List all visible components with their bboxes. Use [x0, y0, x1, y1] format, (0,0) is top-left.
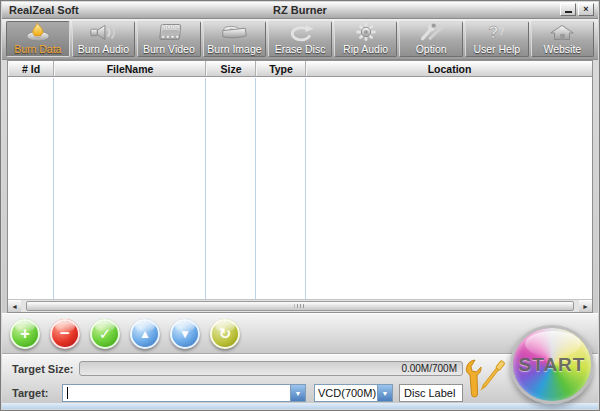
disc-type-value: VCD(700M) [315, 387, 377, 399]
column-header-filename[interactable]: FileName [54, 61, 206, 76]
toolbar-button-label: Burn Image [207, 43, 261, 55]
rip-audio-button[interactable]: Rip Audio [334, 21, 398, 57]
right-arrow-icon: ► [582, 303, 589, 310]
gear-icon [351, 21, 381, 43]
target-panel: Target Size: 0.00M/700M Target: ▼ VCD(70… [2, 354, 598, 405]
column-header-id[interactable]: # Id [8, 61, 54, 76]
rz-burner-window: RealZeal Soft RZ Burner × Burn Data [0, 0, 600, 411]
column-divider [53, 78, 54, 299]
column-divider [205, 78, 206, 299]
close-icon: × [583, 5, 588, 14]
scroll-left-button[interactable]: ◄ [8, 300, 21, 312]
erase-disc-button[interactable]: Erase Disc [268, 21, 332, 57]
up-arrow-icon: ▲ [139, 328, 151, 340]
speaker-icon [88, 21, 118, 43]
disc-label-value: Disc Label [404, 387, 455, 399]
window-bottom-edge [2, 403, 598, 409]
remove-file-button[interactable]: − [50, 319, 80, 349]
toolbar-button-label: Option [416, 43, 447, 55]
left-arrow-icon: ◄ [11, 303, 18, 310]
column-divider [305, 78, 306, 299]
disc-type-dropdown[interactable]: VCD(700M) ▼ [314, 384, 393, 402]
user-help-button[interactable]: ? ? User Help [465, 21, 529, 57]
move-up-button[interactable]: ▲ [130, 319, 160, 349]
disc-drive-icon [219, 21, 249, 43]
target-size-value: 0.00M/700M [401, 363, 462, 374]
question-mark-icon: ? ? [482, 21, 512, 43]
column-header-type[interactable]: Type [256, 61, 306, 76]
target-dropdown-button[interactable]: ▼ [290, 385, 305, 401]
start-button-label: START [519, 354, 586, 376]
move-down-button[interactable]: ▼ [170, 319, 200, 349]
website-button[interactable]: Website [531, 21, 595, 57]
file-list-body[interactable] [8, 78, 592, 299]
refresh-icon: ↻ [219, 326, 232, 341]
toolbar-button-label: Erase Disc [275, 43, 326, 55]
target-size-label: Target Size: [12, 363, 74, 375]
minus-icon: − [60, 325, 70, 342]
check-icon: ✓ [99, 326, 112, 341]
option-button[interactable]: Option [399, 21, 463, 57]
title-bar: RealZeal Soft RZ Burner × [2, 2, 598, 19]
plus-icon: + [20, 325, 30, 342]
minimize-button[interactable] [560, 3, 576, 16]
burn-data-button[interactable]: Burn Data [6, 21, 70, 57]
text-caret [67, 387, 68, 399]
action-button-bar: + − ✓ ▲ ▼ ↻ [2, 313, 598, 354]
svg-text:?: ? [488, 24, 498, 41]
scrollbar-grip-icon [295, 304, 306, 308]
target-label: Target: [12, 387, 48, 399]
filmstrip-icon [154, 21, 184, 43]
main-toolbar: Burn Data Burn Audio [2, 19, 598, 60]
toolbar-button-label: Burn Video [143, 43, 195, 55]
toolbar-button-label: Burn Data [14, 43, 61, 55]
scroll-right-button[interactable]: ► [579, 300, 592, 312]
column-header-size[interactable]: Size [206, 61, 256, 76]
window-title: RZ Burner [2, 4, 598, 16]
start-button[interactable]: START [510, 325, 594, 404]
burn-audio-button[interactable]: Burn Audio [72, 21, 136, 57]
scrollbar-thumb[interactable] [26, 301, 574, 311]
disc-flame-icon [23, 21, 53, 43]
tools-artwork-icon [460, 356, 508, 406]
file-list-header: # Id FileName Size Type Location [8, 61, 592, 77]
toolbar-button-label: Website [543, 43, 581, 55]
file-list: # Id FileName Size Type Location ◄ ► [7, 60, 593, 313]
confirm-button[interactable]: ✓ [90, 319, 120, 349]
column-header-location[interactable]: Location [306, 61, 592, 76]
tools-icon [416, 21, 446, 43]
burn-image-button[interactable]: Burn Image [203, 21, 267, 57]
toolbar-button-label: Rip Audio [343, 43, 388, 55]
app-title: RealZeal Soft [9, 4, 79, 16]
down-arrow-icon: ▼ [179, 328, 191, 340]
chevron-down-icon: ▼ [382, 390, 389, 397]
horizontal-scrollbar: ◄ ► [8, 299, 592, 312]
column-divider [255, 78, 256, 299]
burn-video-button[interactable]: Burn Video [137, 21, 201, 57]
target-combobox[interactable]: ▼ [62, 384, 306, 402]
close-button[interactable]: × [578, 3, 594, 16]
refresh-button[interactable]: ↻ [210, 319, 240, 349]
disc-label-input[interactable]: Disc Label [399, 384, 463, 402]
scrollbar-track[interactable] [21, 300, 579, 312]
disc-type-dropdown-button[interactable]: ▼ [377, 385, 392, 401]
minimize-icon [565, 11, 572, 13]
circular-arrow-icon [285, 21, 315, 43]
home-icon [547, 21, 577, 43]
svg-text:?: ? [498, 25, 505, 37]
toolbar-button-label: User Help [473, 43, 520, 55]
toolbar-button-label: Burn Audio [78, 43, 129, 55]
add-file-button[interactable]: + [10, 319, 40, 349]
chevron-down-icon: ▼ [295, 390, 302, 397]
target-size-progressbar: 0.00M/700M [79, 361, 463, 376]
